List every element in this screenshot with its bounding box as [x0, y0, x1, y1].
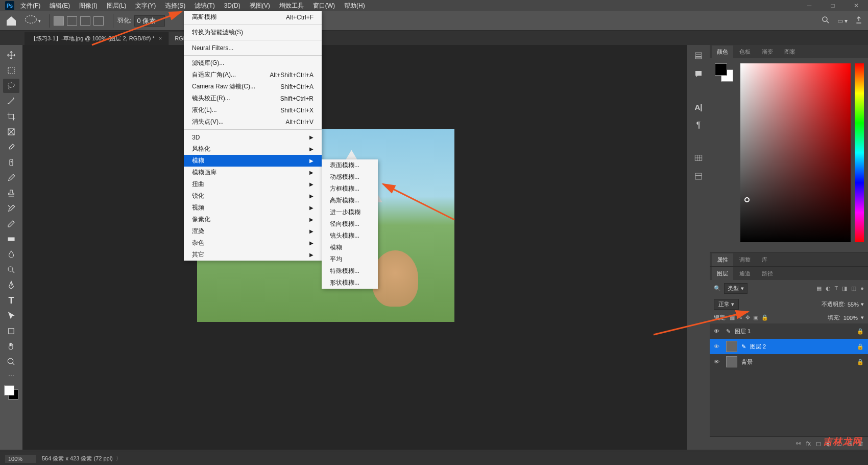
submenu-item[interactable]: 模糊: [322, 242, 378, 253]
submenu-item[interactable]: 方框模糊...: [322, 183, 378, 195]
menu-item[interactable]: Camera Raw 滤镜(C)...Shift+Ctrl+A: [184, 81, 322, 92]
lasso-tool[interactable]: [3, 79, 19, 93]
path-selection-tool[interactable]: [3, 309, 19, 323]
tab-channels[interactable]: 通道: [734, 267, 756, 280]
menu-item[interactable]: 锐化▶: [184, 190, 322, 202]
magic-wand-tool[interactable]: [3, 94, 19, 108]
submenu-item[interactable]: 动感模糊...: [322, 171, 378, 183]
filter-toggle-icon[interactable]: ●: [860, 285, 864, 292]
frame-tool[interactable]: [3, 125, 19, 139]
window-maximize-icon[interactable]: □: [821, 0, 845, 11]
layer-row[interactable]: 👁 背景 🔒: [710, 354, 868, 369]
zoom-level[interactable]: 100%: [5, 455, 36, 463]
visibility-icon[interactable]: 👁: [714, 343, 722, 350]
layer-mask-icon[interactable]: ◻: [816, 440, 821, 447]
selection-subtract-icon[interactable]: [80, 16, 90, 26]
submenu-item[interactable]: 进一步模糊: [322, 206, 378, 218]
feather-input[interactable]: [134, 15, 165, 27]
visibility-icon[interactable]: 👁: [714, 359, 722, 365]
home-button[interactable]: [5, 15, 17, 27]
opacity-value[interactable]: 55%: [848, 301, 859, 308]
tab-libraries[interactable]: 库: [757, 253, 773, 266]
menu-type[interactable]: 文字(Y): [135, 2, 156, 10]
foreground-background-colors[interactable]: [3, 384, 19, 401]
submenu-item[interactable]: 镜头模糊...: [322, 230, 378, 242]
menu-item[interactable]: 消失点(V)...Alt+Ctrl+V: [184, 116, 322, 128]
menu-item[interactable]: 自适应广角(A)...Alt+Shift+Ctrl+A: [184, 69, 322, 81]
menu-item[interactable]: 杂色▶: [184, 237, 322, 249]
filter-shape-icon[interactable]: ◨: [842, 285, 847, 292]
lock-icon[interactable]: 🔒: [857, 343, 864, 350]
menu-item[interactable]: 滤镜库(G)...: [184, 57, 322, 69]
lock-icon[interactable]: 🔒: [857, 328, 864, 335]
filter-smart-icon[interactable]: ◫: [851, 285, 856, 292]
eyedropper-tool[interactable]: [3, 140, 19, 154]
gradient-tool[interactable]: [3, 232, 19, 246]
menu-item[interactable]: 液化(L)...Shift+Ctrl+X: [184, 104, 322, 116]
link-layers-icon[interactable]: ⚯: [796, 440, 801, 447]
lock-artboard-icon[interactable]: ▣: [753, 314, 758, 321]
menu-item[interactable]: 3D▶: [184, 131, 322, 143]
history-panel-icon[interactable]: [692, 49, 705, 62]
tab-color[interactable]: 颜色: [712, 45, 733, 58]
menu-plugins[interactable]: 增效工具: [279, 2, 304, 10]
workspace-switch-icon[interactable]: ▭ ▾: [837, 17, 848, 25]
menu-item[interactable]: 转换为智能滤镜(S): [184, 27, 322, 38]
selection-new-icon[interactable]: [54, 16, 64, 26]
tab-gradients[interactable]: 渐变: [757, 45, 778, 58]
search-icon[interactable]: 🔍: [714, 285, 721, 292]
stamp-tool[interactable]: [3, 186, 19, 200]
healing-tool[interactable]: [3, 155, 19, 170]
move-tool[interactable]: [3, 48, 19, 62]
menu-layer[interactable]: 图层(L): [107, 2, 127, 10]
color-field[interactable]: [740, 63, 851, 242]
menu-item[interactable]: 渲染▶: [184, 225, 322, 237]
layer-style-icon[interactable]: fx: [806, 440, 811, 447]
brush-tool[interactable]: [3, 171, 19, 185]
type-tool[interactable]: T: [3, 293, 19, 308]
submenu-item[interactable]: 表面模糊...: [322, 159, 378, 171]
lock-icon[interactable]: 🔒: [857, 359, 864, 365]
window-minimize-icon[interactable]: ─: [798, 0, 821, 11]
submenu-item[interactable]: 径向模糊...: [322, 218, 378, 230]
search-icon[interactable]: [821, 15, 830, 26]
menu-item[interactable]: 视频▶: [184, 202, 322, 214]
marquee-tool[interactable]: [3, 63, 19, 78]
dodge-tool[interactable]: [3, 263, 19, 277]
tab-adjustments[interactable]: 调整: [734, 253, 756, 266]
menu-item[interactable]: 风格化▶: [184, 143, 322, 155]
window-close-icon[interactable]: ✕: [845, 0, 868, 11]
blend-mode-select[interactable]: 正常 ▾: [714, 299, 739, 310]
menu-window[interactable]: 窗口(W): [313, 2, 335, 10]
selection-add-icon[interactable]: [67, 16, 77, 26]
tab-paths[interactable]: 路径: [757, 267, 778, 280]
tab-patterns[interactable]: 图案: [779, 45, 801, 58]
tab-properties[interactable]: 属性: [712, 253, 733, 266]
menu-item[interactable]: Neural Filters...: [184, 42, 322, 54]
fill-dropdown-icon[interactable]: ▾: [861, 314, 864, 321]
menu-select[interactable]: 选择(S): [165, 2, 185, 10]
visibility-icon[interactable]: 👁: [714, 328, 722, 334]
menu-item[interactable]: 模糊画廊▶: [184, 167, 322, 178]
document-tab-1[interactable]: 【练习3-1】-草地.jpg @ 100% (图层 2, RGB/8#) *×: [25, 32, 168, 45]
lasso-tool-icon[interactable]: ▾: [23, 15, 41, 27]
menu-item[interactable]: 像素化▶: [184, 214, 322, 225]
layer-filter-select[interactable]: 类型▾: [724, 283, 748, 294]
zoom-tool[interactable]: [3, 355, 19, 369]
crop-tool[interactable]: [3, 109, 19, 124]
menu-help[interactable]: 帮助(H): [344, 2, 365, 10]
layer-row[interactable]: 👁 ✎ 图层 2 🔒: [710, 339, 868, 354]
comments-panel-icon[interactable]: [692, 67, 705, 81]
fill-value[interactable]: 100%: [843, 315, 858, 321]
close-tab-icon[interactable]: ×: [159, 35, 162, 41]
selection-intersect-icon[interactable]: [93, 16, 104, 26]
tab-swatches[interactable]: 色板: [734, 45, 756, 58]
submenu-item[interactable]: 特殊模糊...: [322, 265, 378, 277]
lock-paint-icon[interactable]: ✎: [738, 314, 742, 321]
hand-tool[interactable]: [3, 339, 19, 354]
menu-item[interactable]: 模糊▶: [184, 155, 322, 167]
lock-position-icon[interactable]: ✥: [745, 314, 750, 321]
share-icon[interactable]: [855, 16, 863, 26]
layer-row[interactable]: 👁 ✎ 图层 1 🔒: [710, 323, 868, 339]
submenu-item[interactable]: 形状模糊...: [322, 277, 378, 289]
